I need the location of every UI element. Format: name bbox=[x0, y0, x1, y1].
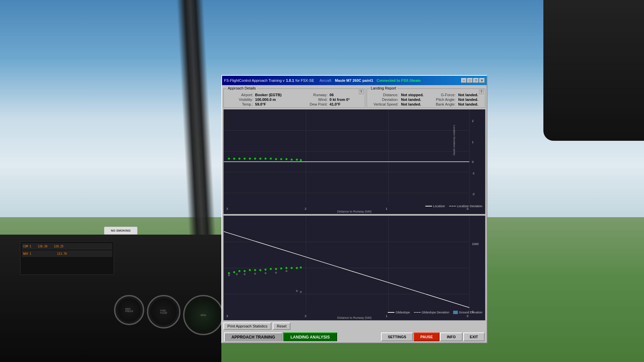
svg-point-46 bbox=[228, 272, 230, 274]
temp-label: Temp.: bbox=[226, 102, 253, 106]
localizer-legend: Localizer Localizer Deviation bbox=[425, 204, 482, 208]
aircraft-name: Maule M7 260C paint1 bbox=[335, 78, 373, 82]
landing-report-help-button[interactable]: ? bbox=[479, 89, 484, 94]
airport-label: Airport: bbox=[226, 93, 253, 97]
tab-spacer bbox=[338, 333, 380, 341]
app-suffix: for FSX-SE bbox=[296, 78, 314, 82]
restore-button[interactable]: □ bbox=[467, 78, 473, 83]
svg-point-25 bbox=[300, 159, 302, 161]
svg-text:1000: 1000 bbox=[472, 242, 479, 246]
svg-text:2: 2 bbox=[305, 207, 306, 210]
approach-training-tab[interactable]: APPROACH TRAINING bbox=[224, 333, 282, 341]
runway-value: 06 bbox=[330, 93, 363, 97]
dew-point-value: 41.0°F bbox=[330, 102, 363, 106]
svg-text:0: 0 bbox=[472, 160, 474, 164]
visibility-label: Visibility: bbox=[226, 98, 253, 102]
print-stats-button[interactable]: Print Approach Statistics bbox=[223, 322, 271, 330]
svg-point-48 bbox=[238, 270, 240, 272]
pitch-label: Pitch Angle: bbox=[431, 98, 455, 102]
settings-button[interactable]: SETTINGS bbox=[381, 333, 413, 341]
svg-text:-1: -1 bbox=[472, 172, 475, 175]
glideslope-legend: Glideslope Glideslope Deviation Ground E… bbox=[388, 311, 482, 314]
svg-point-24 bbox=[296, 159, 298, 161]
localizer-chart-wrapper: 2 1 0 -1 -2 3 2 1 0 Localizer Deviation … bbox=[223, 109, 485, 214]
localizer-x-title: Distance to Runway (NM) bbox=[337, 210, 372, 213]
temp-value: 59.0°F bbox=[255, 102, 295, 106]
deviation-value: Not landed. bbox=[401, 98, 428, 102]
svg-point-51 bbox=[254, 269, 256, 271]
svg-point-57 bbox=[285, 267, 287, 269]
bottom-controls-bar: Print Approach Statistics Reset bbox=[223, 322, 485, 330]
bank-value: Not landed. bbox=[458, 102, 483, 106]
localizer-dev-line-icon bbox=[449, 206, 456, 206]
svg-point-18 bbox=[265, 158, 267, 160]
svg-point-55 bbox=[275, 268, 277, 270]
svg-point-11 bbox=[228, 158, 230, 160]
svg-point-14 bbox=[244, 158, 246, 160]
landing-analysis-tab[interactable]: LANDING ANALYSIS bbox=[283, 333, 337, 341]
svg-text:0: 0 bbox=[467, 314, 468, 318]
localizer-chart: 2 1 0 -1 -2 3 2 1 0 Localizer Deviation … bbox=[223, 109, 485, 214]
glideslope-label: Glideslope bbox=[395, 311, 410, 314]
svg-point-56 bbox=[280, 267, 282, 269]
svg-point-47 bbox=[233, 271, 235, 273]
airport-value: Booker (EGTB) bbox=[255, 93, 295, 97]
ground-elevation-label: Ground Elevation bbox=[459, 311, 482, 314]
svg-text:-2: -2 bbox=[472, 192, 475, 196]
svg-text:3: 3 bbox=[226, 207, 228, 210]
svg-point-53 bbox=[265, 268, 267, 270]
title-bar-text: FS-FlightControl Approach Training v1.0.… bbox=[224, 78, 460, 82]
svg-point-52 bbox=[259, 269, 261, 271]
title-bar: FS-FlightControl Approach Training v1.0.… bbox=[222, 76, 487, 85]
gforce-label: G-Force: bbox=[431, 93, 455, 97]
ground-elevation-icon bbox=[453, 311, 458, 314]
app-prefix: FS-FlightControl Approach Training v bbox=[224, 78, 284, 82]
bank-label: Bank Angle: bbox=[431, 102, 455, 106]
landing-report-title: Landing Report bbox=[370, 86, 397, 90]
landing-report-panel: Landing Report ? Distance: Not stopped. … bbox=[367, 88, 485, 108]
glideslope-dev-line-icon bbox=[414, 312, 421, 313]
wind-label: Wind: bbox=[297, 98, 327, 102]
svg-point-54 bbox=[270, 268, 272, 270]
approach-details-title: Approach Details bbox=[226, 86, 257, 90]
svg-text:1: 1 bbox=[472, 140, 474, 144]
glideslope-legend-item: Glideslope bbox=[388, 311, 410, 314]
title-bar-controls: − □ ? ✕ bbox=[461, 78, 485, 83]
localizer-legend-line: Localizer bbox=[425, 204, 445, 208]
localizer-chart-svg: 2 1 0 -1 -2 3 2 1 0 Localizer Deviation … bbox=[224, 110, 485, 214]
svg-point-59 bbox=[296, 267, 298, 269]
distance-value: Not stopped. bbox=[401, 93, 428, 97]
runway-label: Runway: bbox=[297, 93, 327, 97]
glideslope-chart-svg: 1000 0 3 2 1 0 bbox=[224, 216, 485, 320]
vspeed-label: Vertical Speed: bbox=[369, 102, 398, 106]
glideslope-x-title: Distance to Runway (NM) bbox=[337, 316, 372, 319]
charts-area: 2 1 0 -1 -2 3 2 1 0 Localizer Deviation … bbox=[223, 109, 485, 320]
ground-elevation-legend-item: Ground Elevation bbox=[453, 311, 482, 314]
app-version: 1.0.1 bbox=[286, 78, 294, 82]
svg-text:3: 3 bbox=[226, 314, 228, 318]
info-panels-row: Approach Details ? Airport: Booker (EGTB… bbox=[223, 88, 485, 108]
approach-details-help-button[interactable]: ? bbox=[359, 89, 364, 94]
glideslope-chart-wrapper: 1000 0 3 2 1 0 Distance to Runway (NM) bbox=[223, 216, 485, 320]
svg-point-15 bbox=[249, 158, 251, 160]
minimize-button[interactable]: − bbox=[461, 78, 467, 83]
dew-point-label: Dew Point: bbox=[297, 102, 327, 106]
help-title-button[interactable]: ? bbox=[473, 78, 479, 83]
svg-point-13 bbox=[238, 158, 240, 160]
reset-button[interactable]: Reset bbox=[273, 322, 290, 330]
nav-tabs-bar: APPROACH TRAINING LANDING ANALYSIS SETTI… bbox=[223, 332, 485, 341]
svg-text:2: 2 bbox=[305, 314, 306, 318]
glideslope-dev-legend-item: Glideslope Deviation bbox=[414, 311, 449, 314]
svg-point-19 bbox=[270, 158, 272, 160]
vspeed-value: Not landed. bbox=[401, 102, 428, 106]
info-button[interactable]: INFO bbox=[440, 333, 462, 341]
svg-point-58 bbox=[291, 267, 293, 269]
pause-button[interactable]: PAUSE bbox=[414, 333, 439, 341]
localizer-line-icon bbox=[425, 206, 432, 206]
connected-status: Connected to FSX-Steam bbox=[377, 78, 421, 82]
deviation-label: Deviation: bbox=[369, 98, 398, 102]
exit-button[interactable]: EXIT bbox=[463, 333, 485, 341]
app-window: FS-FlightControl Approach Training v1.0.… bbox=[221, 75, 487, 343]
close-button[interactable]: ✕ bbox=[479, 78, 485, 83]
svg-point-50 bbox=[249, 269, 251, 271]
